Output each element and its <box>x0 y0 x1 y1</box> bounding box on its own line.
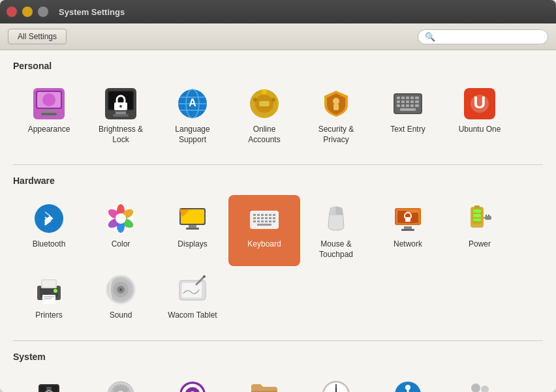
svg-rect-87 <box>397 211 407 213</box>
search-box: 🔍 <box>418 29 548 44</box>
svg-rect-79 <box>261 220 264 222</box>
mouse-touchpad-item[interactable]: Mouse &Touchpad <box>300 195 372 266</box>
minimize-button[interactable] <box>22 7 33 17</box>
mouse-touchpad-label: Mouse &Touchpad <box>319 239 353 260</box>
svg-rect-83 <box>257 224 271 226</box>
svg-rect-91 <box>404 226 412 229</box>
user-accounts-icon <box>463 378 497 392</box>
time-date-item[interactable]: Time & Date <box>300 371 372 392</box>
appearance-item[interactable]: Appearance <box>13 80 85 151</box>
software-updates-item[interactable]: Software &Updates <box>228 371 300 392</box>
svg-rect-39 <box>415 100 419 103</box>
svg-point-120 <box>203 275 206 278</box>
printers-item[interactable]: Printers <box>13 266 85 327</box>
svg-rect-110 <box>44 298 52 299</box>
system-icons-grid: Backups Details <box>13 371 543 392</box>
power-item[interactable]: Power <box>444 195 516 266</box>
color-item[interactable]: Color <box>85 195 157 266</box>
svg-rect-27 <box>333 104 339 110</box>
svg-point-115 <box>119 288 122 291</box>
svg-rect-38 <box>410 100 414 103</box>
svg-rect-34 <box>415 97 419 99</box>
brightness-lock-item[interactable]: Brightness &Lock <box>85 80 157 151</box>
network-label: Network <box>394 239 422 250</box>
svg-rect-4 <box>44 110 54 113</box>
svg-point-57 <box>116 213 126 224</box>
svg-text:U: U <box>474 93 486 112</box>
appearance-icon <box>32 87 66 121</box>
maximize-button[interactable] <box>38 7 48 17</box>
svg-rect-13 <box>113 114 129 117</box>
svg-rect-12 <box>116 112 126 114</box>
svg-rect-45 <box>400 108 416 111</box>
universal-access-item[interactable]: UniversalAccess <box>372 371 444 392</box>
window-title: System Settings <box>59 7 549 17</box>
displays-item[interactable]: Displays <box>157 195 228 266</box>
security-privacy-label: Security &Privacy <box>318 125 354 145</box>
landscape-service-item[interactable]: LandscapeService <box>157 371 228 392</box>
svg-rect-81 <box>269 220 271 222</box>
svg-rect-78 <box>257 220 260 222</box>
svg-rect-72 <box>257 217 260 219</box>
svg-rect-69 <box>269 214 271 216</box>
text-entry-item[interactable]: Text Entry <box>372 80 444 151</box>
system-section: System <box>13 352 543 392</box>
svg-rect-33 <box>410 97 414 99</box>
bluetooth-label: Bluetooth <box>33 239 66 250</box>
svg-rect-62 <box>186 228 199 230</box>
svg-rect-70 <box>273 214 275 216</box>
search-input[interactable] <box>438 32 541 42</box>
svg-rect-40 <box>397 104 400 107</box>
appearance-label: Appearance <box>28 125 70 135</box>
svg-point-24 <box>271 98 275 102</box>
svg-rect-30 <box>397 97 400 99</box>
keyboard-item[interactable]: Keyboard <box>228 195 300 266</box>
svg-rect-68 <box>265 214 268 216</box>
sound-item[interactable]: Sound <box>85 266 157 327</box>
svg-rect-41 <box>401 104 405 107</box>
ubuntu-one-label: Ubuntu One <box>459 125 501 135</box>
displays-label: Displays <box>178 239 207 250</box>
svg-rect-80 <box>265 220 268 222</box>
hardware-icons-grid: Bluetooth <box>13 195 543 327</box>
wacom-tablet-item[interactable]: Wacom Tablet <box>157 266 228 327</box>
svg-point-23 <box>262 89 267 95</box>
close-button[interactable] <box>7 7 17 17</box>
svg-rect-42 <box>406 104 409 107</box>
bluetooth-item[interactable]: Bluetooth <box>13 195 85 266</box>
printers-label: Printers <box>35 310 62 321</box>
brightness-lock-label: Brightness &Lock <box>99 125 143 145</box>
personal-icons-grid: Appearance <box>13 80 543 151</box>
system-section-title: System <box>13 352 543 362</box>
security-privacy-item[interactable]: Security &Privacy <box>300 80 372 151</box>
svg-rect-75 <box>269 217 271 219</box>
printers-icon <box>32 273 66 307</box>
svg-rect-44 <box>415 104 419 107</box>
details-item[interactable]: Details <box>85 371 157 392</box>
content-area: Personal Appearance <box>0 50 556 392</box>
universal-access-icon <box>391 378 425 392</box>
personal-hardware-divider <box>13 164 543 165</box>
language-support-label: LanguageSupport <box>175 125 209 145</box>
user-accounts-item[interactable]: User Accounts <box>444 371 516 392</box>
security-privacy-icon <box>319 87 353 121</box>
all-settings-button[interactable]: All Settings <box>8 29 67 44</box>
mouse-touchpad-icon <box>319 202 353 235</box>
bluetooth-icon <box>32 202 66 235</box>
keyboard-label: Keyboard <box>247 239 281 250</box>
language-support-item[interactable]: A LanguageSupport <box>157 80 228 151</box>
power-icon <box>463 202 497 235</box>
hardware-system-divider <box>13 340 543 341</box>
svg-rect-125 <box>46 387 52 390</box>
svg-rect-73 <box>261 217 264 219</box>
backups-item[interactable]: Backups <box>13 371 85 392</box>
toolbar: All Settings 🔍 <box>0 23 556 50</box>
ubuntu-one-item[interactable]: U Ubuntu One <box>444 80 516 151</box>
svg-point-154 <box>471 384 480 392</box>
network-item[interactable]: Network <box>372 195 444 266</box>
ubuntu-one-icon: U <box>463 87 497 121</box>
svg-point-26 <box>333 98 339 104</box>
online-accounts-item[interactable]: OnlineAccounts <box>228 80 300 151</box>
svg-rect-96 <box>473 214 481 217</box>
svg-rect-97 <box>473 219 481 221</box>
